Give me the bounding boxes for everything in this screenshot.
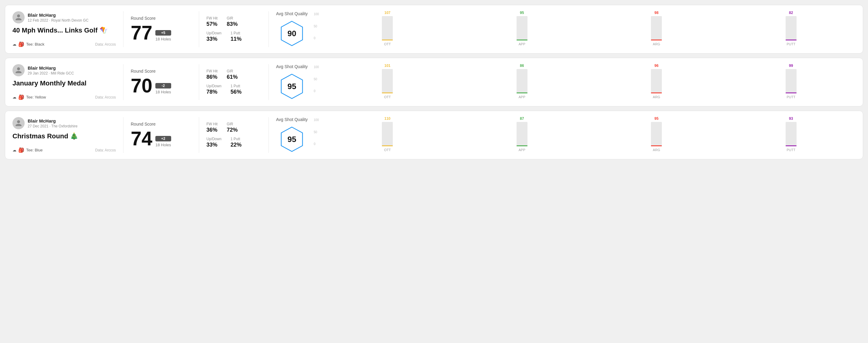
score-divider [199,11,199,47]
y-label-100: 100 [314,12,319,16]
score-divider [199,117,199,153]
card-quality: Avg Shot Quality 95 100 50 0 [276,117,856,153]
score-diff-badge: -2 [155,83,171,89]
quality-left: Avg Shot Quality 95 [276,117,308,153]
bar-col-putt: 93 PUTT [726,117,856,152]
card-stats: FW Hit 86% GIR 61% Up/Down 78% 1 Putt 56… [207,64,261,100]
avatar [12,64,25,76]
bar-wrapper-putt [726,122,856,146]
score-holes: 18 Holes [155,90,171,94]
bar-chart-section: 100 50 0 110 OTT 87 [314,118,856,152]
stat-fw-hit-value: 86% [207,74,218,80]
user-details: Blair McHarg 29 Jan 2022 · Mill Ride GCC [28,65,74,75]
score-diff-badge: +5 [155,30,171,36]
bag-icon: 🎒 [18,94,24,100]
score-badge-holes: +5 18 Holes [155,30,171,41]
bar-chart-section: 100 50 0 101 OTT 86 [314,65,856,99]
y-label-100: 100 [314,118,319,122]
bar-wrapper-putt [726,69,856,93]
bar-bg-arg [651,16,662,40]
user-name: Blair McHarg [28,118,78,123]
stat-oneputt-label: 1 Putt [230,137,241,141]
bar-bg-putt [785,69,797,93]
user-date-course: 12 Feb 2022 · Royal North Devon GC [28,18,89,23]
score-label: Round Score [131,69,191,73]
bar-value-arg: 98 [655,11,658,15]
y-axis: 100 50 0 [314,65,319,93]
hex-score: 90 [288,29,297,38]
bar-fill-app [517,92,527,93]
bar-chart-section: 100 50 0 107 OTT 95 [314,12,856,46]
card-footer: ☁ 🎒 Tee: Blue Data: Arccos [12,147,116,153]
stat-updown-value: 78% [207,89,221,95]
hex-score: 95 [288,82,297,91]
score-number: 77 [131,23,152,42]
tee-label: Tee: Black [26,42,44,46]
bar-chart: 110 OTT 87 APP 95 [323,118,856,152]
stat-gir: GIR 61% [227,69,238,80]
user-details: Blair McHarg 27 Dec 2021 · The Oxfordshi… [28,118,78,128]
stat-oneputt: 1 Putt 11% [230,31,241,42]
bar-bg-app [517,16,527,40]
tee-label: Tee: Yellow [26,95,46,99]
bar-col-ott: 101 OTT [323,64,452,99]
stats-row-2: Up/Down 78% 1 Putt 56% [207,84,261,95]
bar-col-arg: 98 ARG [592,11,721,46]
user-date-course: 29 Jan 2022 · Mill Ride GCC [28,71,74,75]
card-quality: Avg Shot Quality 90 100 50 0 [276,11,856,47]
y-label-50: 50 [314,130,319,134]
card-left: Blair McHarg 27 Dec 2021 · The Oxfordshi… [12,117,116,153]
card-left: Blair McHarg 29 Jan 2022 · Mill Ride GCC… [12,64,116,100]
round-card: Blair McHarg 12 Feb 2022 · Royal North D… [5,5,863,54]
stats-row-2: Up/Down 33% 1 Putt 11% [207,31,261,42]
stat-updown: Up/Down 78% [207,84,221,95]
stat-oneputt: 1 Putt 56% [230,84,241,95]
stat-fw-hit-value: 36% [207,127,218,133]
bar-fill-arg [651,145,662,146]
bar-label-putt: PUTT [786,95,795,99]
quality-left: Avg Shot Quality 90 [276,11,308,47]
avatar [12,11,25,23]
score-diff-badge: +2 [155,136,171,142]
user-info: Blair McHarg 12 Feb 2022 · Royal North D… [12,11,116,23]
hexagon: 90 [278,20,306,47]
stat-fw-hit: FW Hit 86% [207,69,218,80]
bar-value-app: 87 [520,117,524,121]
bar-bg-ott [382,16,393,40]
stat-updown-label: Up/Down [207,137,221,141]
score-number: 74 [131,129,152,148]
bar-value-ott: 101 [384,64,391,68]
bar-fill-arg [651,39,662,40]
round-title: Christmas Round 🎄 [12,132,116,140]
card-score: Round Score 70 -2 18 Holes [131,64,191,100]
stats-divider [269,117,269,153]
bag-icon: 🎒 [18,147,24,153]
data-source: Data: Arccos [95,148,116,152]
bar-col-app: 95 APP [458,11,587,46]
stat-gir-value: 61% [227,74,238,80]
bar-fill-putt [785,145,797,146]
card-quality: Avg Shot Quality 95 100 50 0 [276,64,856,100]
bar-fill-app [517,39,527,40]
stat-gir-label: GIR [227,69,238,73]
bar-label-arg: ARG [653,148,660,152]
y-axis: 100 50 0 [314,12,319,40]
stat-gir-label: GIR [227,16,238,20]
hexagon-container: 90 [276,20,308,47]
bar-wrapper-arg [592,122,721,146]
hexagon: 95 [278,73,306,100]
stat-gir-value: 72% [227,127,238,133]
stat-oneputt-value: 22% [230,142,241,148]
bar-bg-putt [785,122,797,146]
bar-bg-arg [651,69,662,93]
bar-col-app: 87 APP [458,117,587,152]
bar-wrapper-arg [592,69,721,93]
stat-updown-value: 33% [207,36,221,42]
stat-updown-label: Up/Down [207,84,221,88]
bar-wrapper-putt [726,16,856,40]
user-icon [15,120,22,127]
bar-label-arg: ARG [653,95,660,99]
user-info: Blair McHarg 29 Jan 2022 · Mill Ride GCC [12,64,116,76]
stats-divider [269,64,269,100]
bar-col-putt: 99 PUTT [726,64,856,99]
